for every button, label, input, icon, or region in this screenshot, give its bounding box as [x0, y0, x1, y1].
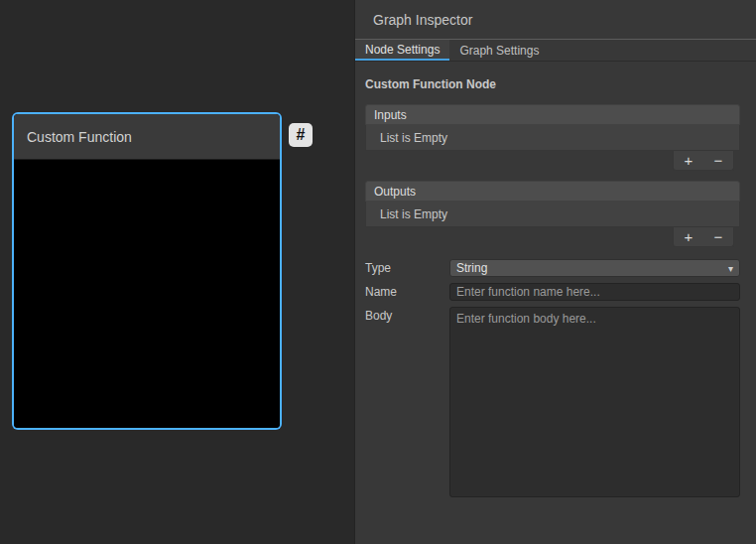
node-preview-area: [14, 160, 280, 428]
name-label: Name: [365, 283, 449, 299]
function-fields: Type String ▾ Name Body: [365, 259, 740, 497]
tab-graph-settings[interactable]: Graph Settings: [449, 40, 549, 61]
outputs-list-footer: + −: [673, 227, 734, 247]
outputs-list: Outputs List is Empty + −: [365, 181, 740, 247]
inputs-remove-button[interactable]: −: [706, 152, 730, 170]
type-dropdown-value: String: [456, 261, 487, 275]
outputs-remove-button[interactable]: −: [706, 228, 730, 246]
inputs-add-button[interactable]: +: [677, 152, 700, 170]
hash-icon: #: [297, 126, 306, 144]
type-label: Type: [365, 259, 449, 275]
outputs-add-button[interactable]: +: [677, 228, 700, 246]
tab-bar: Node Settings Graph Settings: [355, 40, 756, 62]
outputs-empty-row: List is Empty: [365, 202, 740, 227]
node-title: Custom Function: [27, 129, 132, 145]
panel-title: Graph Inspector: [373, 12, 472, 28]
section-title: Custom Function Node: [365, 77, 740, 91]
name-field-row: Name: [365, 283, 740, 301]
panel-header[interactable]: Graph Inspector: [355, 0, 756, 40]
graph-inspector-panel: Graph Inspector Node Settings Graph Sett…: [354, 0, 756, 544]
inputs-list-header[interactable]: Inputs: [365, 104, 740, 125]
type-field-row: Type String ▾: [365, 259, 740, 277]
function-body-input[interactable]: [449, 307, 740, 497]
type-dropdown[interactable]: String ▾: [449, 259, 740, 277]
custom-function-node[interactable]: Custom Function: [14, 114, 280, 428]
body-label: Body: [365, 307, 449, 323]
chevron-down-icon: ▾: [728, 263, 733, 274]
outputs-list-header[interactable]: Outputs: [365, 181, 740, 202]
graph-canvas[interactable]: Custom Function #: [0, 0, 354, 544]
function-name-input[interactable]: [449, 283, 740, 301]
node-preview-toggle-badge[interactable]: #: [289, 123, 313, 147]
inspector-content: Custom Function Node Inputs List is Empt…: [355, 62, 756, 497]
inputs-empty-row: List is Empty: [365, 125, 740, 151]
inputs-list-footer: + −: [673, 151, 734, 171]
node-header[interactable]: Custom Function: [14, 114, 280, 160]
body-field-row: Body: [365, 307, 740, 497]
tab-node-settings[interactable]: Node Settings: [355, 40, 449, 61]
inputs-list: Inputs List is Empty + −: [365, 104, 740, 171]
